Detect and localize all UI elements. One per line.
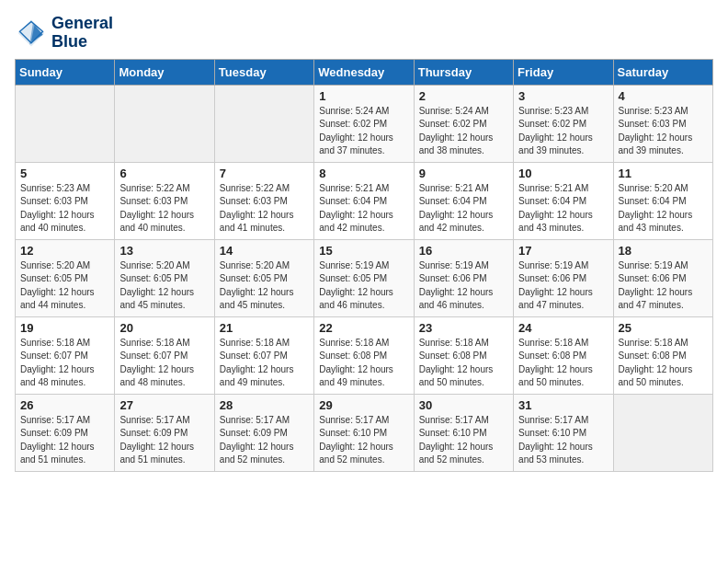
calendar-cell: 11Sunrise: 5:20 AM Sunset: 6:04 PM Dayli… xyxy=(613,162,712,239)
day-info: Sunrise: 5:20 AM Sunset: 6:05 PM Dayligh… xyxy=(220,259,309,313)
day-number: 23 xyxy=(419,321,508,335)
day-number: 21 xyxy=(220,321,309,335)
calendar-cell: 10Sunrise: 5:21 AM Sunset: 6:04 PM Dayli… xyxy=(514,162,613,239)
day-number: 3 xyxy=(518,89,608,103)
day-info: Sunrise: 5:22 AM Sunset: 6:03 PM Dayligh… xyxy=(119,182,209,236)
day-number: 2 xyxy=(419,89,508,103)
calendar-cell xyxy=(115,85,214,162)
day-number: 18 xyxy=(619,244,708,258)
day-number: 28 xyxy=(220,398,309,412)
day-number: 16 xyxy=(419,244,508,258)
day-info: Sunrise: 5:18 AM Sunset: 6:07 PM Dayligh… xyxy=(20,337,109,390)
day-number: 20 xyxy=(119,321,209,335)
logo: General Blue xyxy=(15,15,113,52)
calendar-cell xyxy=(613,394,712,471)
day-info: Sunrise: 5:23 AM Sunset: 6:03 PM Dayligh… xyxy=(20,182,109,236)
weekday-header: Saturday xyxy=(613,59,712,85)
day-info: Sunrise: 5:21 AM Sunset: 6:04 PM Dayligh… xyxy=(518,182,608,236)
calendar-cell: 20Sunrise: 5:18 AM Sunset: 6:07 PM Dayli… xyxy=(115,316,214,394)
calendar-cell: 5Sunrise: 5:23 AM Sunset: 6:03 PM Daylig… xyxy=(16,162,115,239)
calendar-cell: 6Sunrise: 5:22 AM Sunset: 6:03 PM Daylig… xyxy=(115,162,214,239)
weekday-header: Friday xyxy=(514,59,613,85)
day-info: Sunrise: 5:17 AM Sunset: 6:10 PM Dayligh… xyxy=(419,414,508,467)
day-info: Sunrise: 5:20 AM Sunset: 6:04 PM Dayligh… xyxy=(619,182,708,236)
weekday-header: Wednesday xyxy=(314,59,414,85)
day-info: Sunrise: 5:24 AM Sunset: 6:02 PM Dayligh… xyxy=(319,105,408,158)
day-number: 31 xyxy=(518,398,608,412)
day-number: 29 xyxy=(319,398,408,412)
day-info: Sunrise: 5:17 AM Sunset: 6:10 PM Dayligh… xyxy=(319,414,408,467)
day-number: 26 xyxy=(20,398,109,412)
calendar-cell: 1Sunrise: 5:24 AM Sunset: 6:02 PM Daylig… xyxy=(314,85,414,162)
day-info: Sunrise: 5:22 AM Sunset: 6:03 PM Dayligh… xyxy=(220,182,309,236)
day-info: Sunrise: 5:21 AM Sunset: 6:04 PM Dayligh… xyxy=(319,182,408,236)
day-number: 11 xyxy=(619,167,708,180)
calendar-cell: 21Sunrise: 5:18 AM Sunset: 6:07 PM Dayli… xyxy=(214,316,313,394)
calendar-cell: 19Sunrise: 5:18 AM Sunset: 6:07 PM Dayli… xyxy=(16,316,115,394)
weekday-header: Tuesday xyxy=(214,59,313,85)
day-number: 4 xyxy=(619,89,708,103)
day-info: Sunrise: 5:23 AM Sunset: 6:03 PM Dayligh… xyxy=(619,105,708,158)
day-number: 25 xyxy=(619,321,708,335)
day-number: 1 xyxy=(319,89,408,103)
calendar-cell: 16Sunrise: 5:19 AM Sunset: 6:06 PM Dayli… xyxy=(414,239,513,316)
day-number: 24 xyxy=(518,321,608,335)
day-number: 5 xyxy=(20,167,109,180)
calendar-cell: 18Sunrise: 5:19 AM Sunset: 6:06 PM Dayli… xyxy=(613,239,712,316)
calendar-cell: 31Sunrise: 5:17 AM Sunset: 6:10 PM Dayli… xyxy=(514,394,613,471)
calendar-cell: 12Sunrise: 5:20 AM Sunset: 6:05 PM Dayli… xyxy=(16,239,115,316)
day-info: Sunrise: 5:20 AM Sunset: 6:05 PM Dayligh… xyxy=(20,259,109,313)
day-number: 22 xyxy=(319,321,408,335)
day-info: Sunrise: 5:20 AM Sunset: 6:05 PM Dayligh… xyxy=(119,259,209,313)
day-number: 17 xyxy=(518,244,608,258)
day-info: Sunrise: 5:24 AM Sunset: 6:02 PM Dayligh… xyxy=(419,105,508,158)
calendar-cell: 17Sunrise: 5:19 AM Sunset: 6:06 PM Dayli… xyxy=(514,239,613,316)
page-header: General Blue xyxy=(15,15,713,52)
day-info: Sunrise: 5:17 AM Sunset: 6:09 PM Dayligh… xyxy=(20,414,109,467)
day-info: Sunrise: 5:18 AM Sunset: 6:08 PM Dayligh… xyxy=(419,337,508,390)
calendar-cell: 24Sunrise: 5:18 AM Sunset: 6:08 PM Dayli… xyxy=(514,316,613,394)
day-number: 19 xyxy=(20,321,109,335)
day-info: Sunrise: 5:21 AM Sunset: 6:04 PM Dayligh… xyxy=(419,182,508,236)
logo-text: General Blue xyxy=(51,15,113,52)
day-number: 12 xyxy=(20,244,109,258)
calendar-header-row: SundayMondayTuesdayWednesdayThursdayFrid… xyxy=(16,59,713,85)
weekday-header: Thursday xyxy=(414,59,513,85)
calendar-cell xyxy=(214,85,313,162)
day-number: 27 xyxy=(119,398,209,412)
day-info: Sunrise: 5:19 AM Sunset: 6:06 PM Dayligh… xyxy=(419,259,508,313)
calendar-cell: 29Sunrise: 5:17 AM Sunset: 6:10 PM Dayli… xyxy=(314,394,414,471)
day-number: 14 xyxy=(220,244,309,258)
calendar-cell: 30Sunrise: 5:17 AM Sunset: 6:10 PM Dayli… xyxy=(414,394,513,471)
calendar-week-row: 1Sunrise: 5:24 AM Sunset: 6:02 PM Daylig… xyxy=(16,85,713,162)
calendar-week-row: 19Sunrise: 5:18 AM Sunset: 6:07 PM Dayli… xyxy=(16,316,713,394)
calendar-cell: 22Sunrise: 5:18 AM Sunset: 6:08 PM Dayli… xyxy=(314,316,414,394)
calendar-cell: 23Sunrise: 5:18 AM Sunset: 6:08 PM Dayli… xyxy=(414,316,513,394)
calendar-cell: 27Sunrise: 5:17 AM Sunset: 6:09 PM Dayli… xyxy=(115,394,214,471)
day-info: Sunrise: 5:17 AM Sunset: 6:09 PM Dayligh… xyxy=(220,414,309,467)
day-info: Sunrise: 5:18 AM Sunset: 6:08 PM Dayligh… xyxy=(319,337,408,390)
calendar-cell: 28Sunrise: 5:17 AM Sunset: 6:09 PM Dayli… xyxy=(214,394,313,471)
calendar-week-row: 12Sunrise: 5:20 AM Sunset: 6:05 PM Dayli… xyxy=(16,239,713,316)
day-number: 9 xyxy=(419,167,508,180)
calendar-cell: 14Sunrise: 5:20 AM Sunset: 6:05 PM Dayli… xyxy=(214,239,313,316)
day-number: 15 xyxy=(319,244,408,258)
calendar-cell: 7Sunrise: 5:22 AM Sunset: 6:03 PM Daylig… xyxy=(214,162,313,239)
weekday-header: Monday xyxy=(115,59,214,85)
day-number: 6 xyxy=(119,167,209,180)
calendar-cell: 26Sunrise: 5:17 AM Sunset: 6:09 PM Dayli… xyxy=(16,394,115,471)
day-info: Sunrise: 5:17 AM Sunset: 6:10 PM Dayligh… xyxy=(518,414,608,467)
calendar-week-row: 26Sunrise: 5:17 AM Sunset: 6:09 PM Dayli… xyxy=(16,394,713,471)
day-number: 7 xyxy=(220,167,309,180)
calendar-cell: 3Sunrise: 5:23 AM Sunset: 6:02 PM Daylig… xyxy=(514,85,613,162)
day-info: Sunrise: 5:18 AM Sunset: 6:07 PM Dayligh… xyxy=(220,337,309,390)
calendar-week-row: 5Sunrise: 5:23 AM Sunset: 6:03 PM Daylig… xyxy=(16,162,713,239)
calendar-cell: 15Sunrise: 5:19 AM Sunset: 6:05 PM Dayli… xyxy=(314,239,414,316)
calendar-cell: 2Sunrise: 5:24 AM Sunset: 6:02 PM Daylig… xyxy=(414,85,513,162)
calendar-cell: 9Sunrise: 5:21 AM Sunset: 6:04 PM Daylig… xyxy=(414,162,513,239)
day-info: Sunrise: 5:23 AM Sunset: 6:02 PM Dayligh… xyxy=(518,105,608,158)
day-info: Sunrise: 5:19 AM Sunset: 6:06 PM Dayligh… xyxy=(518,259,608,313)
day-info: Sunrise: 5:18 AM Sunset: 6:08 PM Dayligh… xyxy=(619,337,708,390)
calendar-cell: 8Sunrise: 5:21 AM Sunset: 6:04 PM Daylig… xyxy=(314,162,414,239)
day-number: 13 xyxy=(119,244,209,258)
